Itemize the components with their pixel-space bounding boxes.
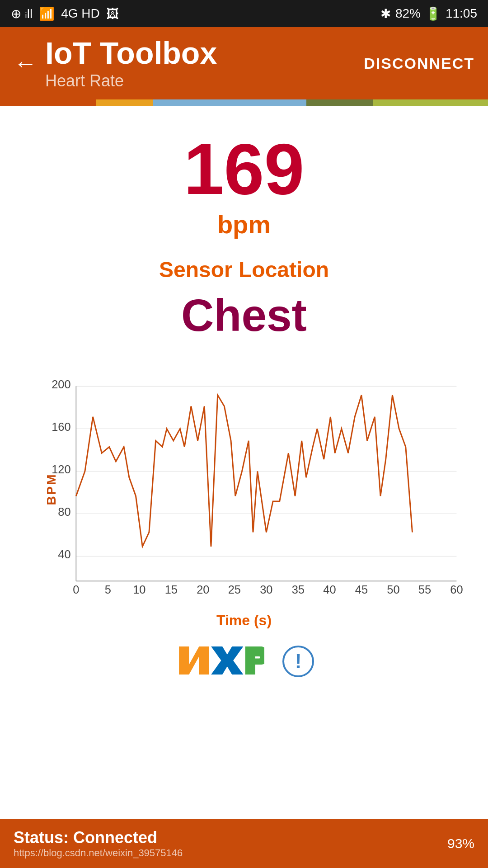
wifi-icon: 📶 — [39, 6, 55, 21]
app-subtitle: Heart Rate — [45, 71, 217, 90]
sensor-location-label: Sensor Location — [159, 257, 329, 282]
x-tick-55: 55 — [418, 583, 431, 596]
color-bar — [0, 99, 488, 106]
chart-y-label: BPM — [44, 473, 59, 505]
disconnect-button[interactable]: DISCONNECT — [364, 55, 474, 72]
chart-x-label: Time (s) — [23, 612, 465, 629]
x-tick-5: 5 — [105, 583, 111, 596]
main-content: 169 bpm Sensor Location Chest BPM — [0, 106, 488, 819]
chart-area: BPM 200 160 120 — [23, 373, 465, 605]
x-tick-35: 35 — [292, 583, 305, 596]
x-tick-60: 60 — [450, 583, 463, 596]
app-title: IoT Toolbox — [45, 36, 217, 70]
bpm-unit: bpm — [217, 210, 271, 239]
color-bar-segment-1 — [0, 99, 96, 106]
y-tick-160: 160 — [52, 420, 70, 433]
x-tick-0: 0 — [73, 583, 79, 596]
color-bar-segment-4 — [306, 99, 373, 106]
bpm-value: 169 — [184, 133, 305, 205]
app-header: ← IoT Toolbox Heart Rate DISCONNECT — [0, 27, 488, 99]
battery-icon: 🔋 — [425, 6, 441, 21]
x-tick-45: 45 — [355, 583, 368, 596]
color-bar-segment-3 — [153, 99, 306, 106]
info-symbol: ! — [295, 650, 302, 673]
svg-marker-0 — [179, 646, 209, 675]
color-bar-segment-2 — [96, 99, 153, 106]
status-bar: ⊕ ᵢll 📶 4G HD 🖼 ✱ 82% 🔋 11:05 — [0, 0, 488, 27]
y-tick-80: 80 — [58, 505, 70, 518]
x-tick-40: 40 — [323, 583, 336, 596]
x-tick-10: 10 — [133, 583, 145, 596]
time-label: 11:05 — [446, 6, 477, 21]
connection-status: Status: Connected — [14, 828, 183, 847]
signal-icon: ⊕ ᵢll — [11, 6, 33, 21]
y-tick-200: 200 — [52, 378, 70, 391]
bottom-status-bar: Status: Connected https://blog.csdn.net/… — [0, 819, 488, 868]
battery-label: 82% — [395, 6, 421, 21]
header-title-block: IoT Toolbox Heart Rate — [45, 36, 217, 91]
bottom-url: https://blog.csdn.net/weixin_39575146 — [14, 847, 183, 859]
sensor-location-value: Chest — [181, 289, 307, 341]
hd-icon: 🖼 — [106, 6, 119, 21]
x-tick-20: 20 — [197, 583, 209, 596]
chart-svg: 200 160 120 80 40 0 5 10 15 20 25 30 35 … — [41, 373, 465, 603]
x-tick-25: 25 — [228, 583, 241, 596]
logo-area: ! — [174, 642, 314, 680]
color-bar-segment-5 — [373, 99, 488, 106]
nxp-logo — [174, 642, 264, 680]
info-icon[interactable]: ! — [282, 646, 314, 677]
bluetooth-icon: ✱ — [380, 6, 391, 21]
header-left: ← IoT Toolbox Heart Rate — [14, 36, 217, 91]
chart-container: BPM 200 160 120 — [18, 373, 470, 629]
x-tick-15: 15 — [165, 583, 178, 596]
network-label: 4G HD — [61, 6, 100, 21]
status-bar-right: ✱ 82% 🔋 11:05 — [380, 6, 477, 21]
bottom-battery: 93% — [447, 836, 474, 851]
y-tick-40: 40 — [58, 548, 70, 561]
status-bar-left: ⊕ ᵢll 📶 4G HD 🖼 — [11, 6, 119, 21]
back-button[interactable]: ← — [14, 50, 37, 77]
x-tick-30: 30 — [260, 583, 272, 596]
x-tick-50: 50 — [387, 583, 399, 596]
heart-rate-line — [76, 395, 412, 547]
